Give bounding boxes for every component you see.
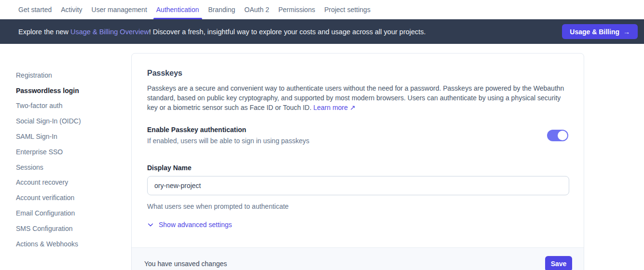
- learn-more-label: Learn more: [313, 104, 348, 111]
- page-title: Passkeys: [147, 69, 568, 78]
- banner-message: Explore the new Usage & Billing Overview…: [18, 28, 562, 36]
- enable-passkey-toggle[interactable]: [547, 130, 568, 141]
- sidebar-item-registration[interactable]: Registration: [16, 68, 131, 83]
- show-advanced-settings[interactable]: Show advanced settings: [147, 221, 568, 229]
- sidebar-item-actions-webhooks[interactable]: Actions & Webhooks: [16, 236, 131, 252]
- passkeys-description: Passkeys are a secure and convenient way…: [147, 83, 568, 112]
- chevron-down-icon: [147, 221, 154, 228]
- passkeys-card: Passkeys Passkeys are a secure and conve…: [131, 53, 584, 270]
- display-name-field: Display Name What users see when prompte…: [147, 164, 568, 210]
- display-name-label: Display Name: [147, 164, 568, 172]
- sidebar-item-account-recovery[interactable]: Account recovery: [16, 175, 131, 190]
- nav-item-activity[interactable]: Activity: [61, 0, 82, 19]
- sidebar-item-sessions[interactable]: Sessions: [16, 160, 131, 175]
- unsaved-changes-status: You have unsaved changes: [144, 260, 227, 268]
- card-footer: You have unsaved changes Save: [132, 247, 584, 270]
- enable-passkey-texts: Enable Passkey authentication If enabled…: [147, 126, 309, 145]
- nav-item-project-settings[interactable]: Project settings: [324, 0, 370, 19]
- nav-item-get-started[interactable]: Get started: [18, 0, 52, 19]
- sidebar-item-social-sign-in-oidc[interactable]: Social Sign-In (OIDC): [16, 113, 131, 129]
- sidebar-item-account-verification[interactable]: Account verification: [16, 190, 131, 205]
- show-advanced-settings-label: Show advanced settings: [159, 221, 232, 229]
- usage-billing-button-label: Usage & Billing: [570, 28, 619, 36]
- sidebar-item-sms-configuration[interactable]: SMS Configuration: [16, 221, 131, 236]
- usage-billing-button[interactable]: Usage & Billing →: [562, 24, 638, 39]
- sidebar-item-saml-sign-in[interactable]: SAML Sign-In: [16, 129, 131, 144]
- sidebar-item-enterprise-sso[interactable]: Enterprise SSO: [16, 144, 131, 160]
- nav-item-permissions[interactable]: Permissions: [278, 0, 315, 19]
- learn-more-link[interactable]: Learn more ↗: [313, 104, 355, 111]
- save-button[interactable]: Save: [545, 256, 572, 270]
- nav-item-authentication[interactable]: Authentication: [156, 0, 199, 19]
- enable-passkey-description: If enabled, users will be able to sign i…: [147, 137, 309, 145]
- arrow-right-icon: →: [623, 28, 630, 36]
- passkeys-description-text: Passkeys are a secure and convenient way…: [147, 84, 564, 111]
- nav-item-branding[interactable]: Branding: [208, 0, 235, 19]
- display-name-input[interactable]: [147, 176, 569, 195]
- top-nav: Get startedActivityUser managementAuthen…: [0, 0, 644, 19]
- enable-passkey-label: Enable Passkey authentication: [147, 126, 309, 134]
- enable-passkey-row: Enable Passkey authentication If enabled…: [147, 126, 568, 145]
- nav-item-user-management[interactable]: User management: [92, 0, 147, 19]
- nav-item-oauth-2[interactable]: OAuth 2: [245, 0, 269, 19]
- banner-text-after: ! Discover a fresh, insightful way to ex…: [149, 28, 426, 36]
- usage-billing-banner: Explore the new Usage & Billing Overview…: [0, 19, 644, 44]
- sidebar-item-two-factor-auth[interactable]: Two-factor auth: [16, 98, 131, 114]
- display-name-helper: What users see when prompted to authenti…: [147, 202, 568, 210]
- toggle-knob: [558, 131, 567, 140]
- usage-billing-overview-link[interactable]: Usage & Billing Overview: [70, 28, 149, 36]
- sidebar-item-passwordless-login[interactable]: Passwordless login: [16, 83, 131, 98]
- external-link-icon: ↗: [350, 104, 356, 111]
- sidebar-item-email-configuration[interactable]: Email Configuration: [16, 205, 131, 221]
- settings-sidebar: RegistrationPasswordless loginTwo-factor…: [0, 44, 131, 252]
- banner-text-before: Explore the new: [18, 28, 70, 36]
